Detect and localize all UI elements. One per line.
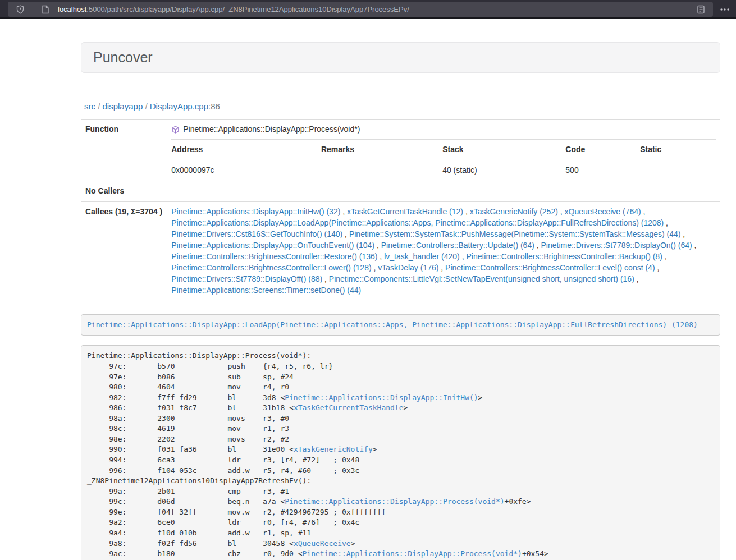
breadcrumb-separator: / — [95, 102, 103, 111]
callee-link[interactable]: Pinetime::Drivers::St7789::DisplayOn() (… — [541, 241, 692, 250]
shield-icon[interactable] — [12, 2, 28, 17]
function-row: Function Pinetime::Applications::Display… — [81, 120, 720, 181]
cube-icon — [171, 125, 180, 134]
browser-toolbar: localhost:5000/path/src/displayapp/Displ… — [0, 0, 736, 19]
col-code: Code — [565, 139, 640, 160]
stats-value-row: 0x0000097c 40 (static) 500 — [171, 160, 716, 180]
stack-value: 40 (static) — [442, 160, 565, 180]
app-header-panel: Puncover — [81, 42, 720, 73]
callee-link[interactable]: xQueueReceive (764) — [565, 207, 641, 216]
breadcrumb-link[interactable]: DisplayApp.cpp — [150, 102, 208, 111]
url-text[interactable]: localhost:5000/path/src/displayapp/Displ… — [58, 5, 409, 13]
assembly-symbol-link[interactable]: xTaskGenericNotify — [294, 445, 373, 453]
code-value: 500 — [565, 160, 640, 180]
callee-link[interactable]: Pinetime::Applications::DisplayApp::Init… — [171, 207, 340, 216]
symbol-snippet-box: Pinetime::Applications::DisplayApp::Load… — [81, 314, 720, 336]
function-name-line: Pinetime::Applications::DisplayApp::Proc… — [171, 124, 716, 135]
col-address: Address — [171, 139, 321, 160]
assembly-symbol-link[interactable]: xQueueReceive — [294, 539, 351, 548]
urlbar-separator — [33, 4, 33, 14]
callee-link[interactable]: Pinetime::Drivers::Cst816S::GetTouchInfo… — [171, 229, 342, 238]
col-stack: Stack — [442, 139, 565, 160]
callee-link[interactable]: Pinetime::Controllers::Battery::Update()… — [381, 241, 534, 250]
breadcrumb-separator: / — [143, 102, 150, 111]
symbol-snippet-link[interactable]: Pinetime::Applications::DisplayApp::Load… — [87, 320, 698, 329]
assembly-symbol-link[interactable]: Pinetime::Applications::DisplayApp::Proc… — [303, 549, 522, 558]
function-label: Function — [81, 120, 167, 181]
col-remarks: Remarks — [321, 139, 442, 160]
callee-link[interactable]: vTaskDelay (176) — [378, 263, 438, 272]
page-icon[interactable] — [38, 2, 53, 17]
callee-link[interactable]: Pinetime::Controllers::BrightnessControl… — [171, 252, 377, 261]
static-value — [640, 160, 716, 180]
function-stats-table: Address Remarks Stack Code Static 0x0000… — [171, 139, 716, 181]
url-path: :5000/path/src/displayapp/DisplayApp.cpp… — [86, 5, 409, 13]
no-callers-row: No Callers — [81, 181, 720, 201]
breadcrumb-line-number: :86 — [208, 102, 220, 111]
page-title: Puncover — [93, 50, 708, 65]
callee-link[interactable]: Pinetime::Applications::DisplayApp::Load… — [171, 218, 664, 227]
assembly-code: Pinetime::Applications::DisplayApp::Proc… — [81, 345, 720, 560]
no-callers-label: No Callers — [81, 181, 167, 201]
callee-link[interactable]: Pinetime::Controllers::BrightnessControl… — [171, 263, 371, 272]
callee-link[interactable]: Pinetime::Controllers::BrightnessControl… — [466, 252, 662, 261]
callee-link[interactable]: Pinetime::Applications::DisplayApp::OnTo… — [171, 241, 374, 250]
callee-link[interactable]: Pinetime::Controllers::BrightnessControl… — [445, 263, 655, 272]
assembly-symbol-link[interactable]: xTaskGetCurrentTaskHandle — [294, 403, 404, 412]
callee-link[interactable]: Pinetime::Drivers::St7789::DisplayOff() … — [171, 274, 322, 283]
url-host: localhost — [58, 5, 86, 13]
callee-link[interactable]: Pinetime::Applications::Screens::Timer::… — [171, 286, 361, 295]
callee-link[interactable]: xTaskGenericNotify (252) — [470, 207, 558, 216]
function-table: Function Pinetime::Applications::Display… — [81, 119, 720, 301]
address-value: 0x0000097c — [171, 160, 321, 180]
col-static: Static — [640, 139, 716, 160]
breadcrumb: src / displayapp / DisplayApp.cpp:86 — [81, 101, 720, 112]
page-container: Puncover src / displayapp / DisplayApp.c… — [81, 19, 720, 560]
assembly-symbol-link[interactable]: Pinetime::Applications::DisplayApp::Proc… — [285, 497, 504, 506]
assembly-symbol-link[interactable]: Pinetime::Applications::DisplayApp::Init… — [285, 393, 478, 402]
callee-link[interactable]: Pinetime::System::SystemTask::PushMessag… — [349, 229, 681, 238]
callees-row: Callees (19, Σ=3704 ) Pinetime::Applicat… — [81, 201, 720, 300]
divider — [81, 90, 720, 90]
toolbar-separator — [711, 4, 711, 15]
menu-kebab-icon[interactable] — [717, 2, 733, 17]
reader-mode-icon[interactable] — [693, 2, 708, 17]
remarks-value — [321, 160, 442, 180]
function-name: Pinetime::Applications::DisplayApp::Proc… — [183, 124, 360, 135]
callee-link[interactable]: xTaskGetCurrentTaskHandle (12) — [347, 207, 463, 216]
breadcrumb-link[interactable]: displayapp — [103, 102, 143, 111]
callees-label: Callees (19, Σ=3704 ) — [81, 201, 167, 300]
stats-header-row: Address Remarks Stack Code Static — [171, 139, 716, 160]
callee-link[interactable]: lv_task_handler (420) — [384, 252, 460, 261]
breadcrumb-link[interactable]: src — [84, 102, 95, 111]
url-bar[interactable]: localhost:5000/path/src/displayapp/Displ… — [8, 2, 713, 17]
callees-list: Pinetime::Applications::DisplayApp::Init… — [167, 201, 720, 300]
callee-link[interactable]: Pinetime::Components::LittleVgl::SetNewT… — [329, 274, 634, 283]
